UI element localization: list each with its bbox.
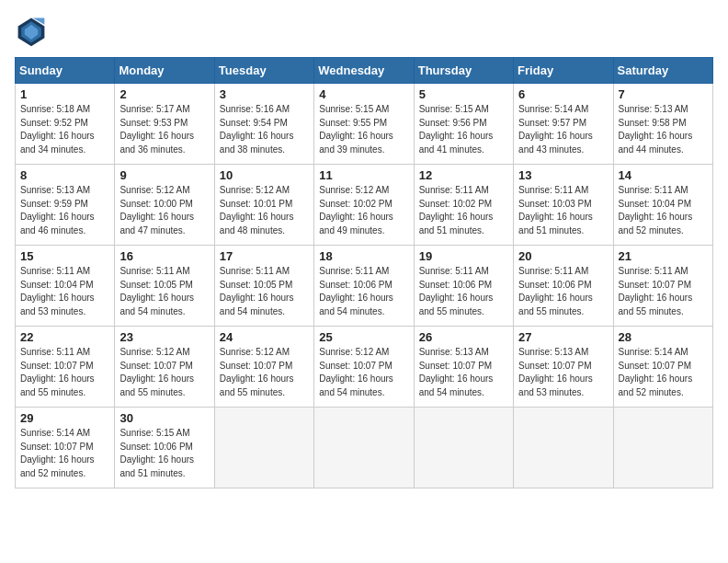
weekday-header-sunday: Sunday [16,58,115,84]
calendar-cell [514,408,613,488]
weekday-header-friday: Friday [514,58,613,84]
calendar-cell [613,408,712,488]
day-number: 7 [619,87,708,101]
day-number: 28 [619,330,708,344]
calendar-cell: 28Sunrise: 5:14 AM Sunset: 10:07 PM Dayl… [613,327,712,408]
calendar-cell: 9Sunrise: 5:12 AM Sunset: 10:00 PM Dayli… [115,165,214,246]
day-number: 20 [518,249,608,263]
page-header [15,15,713,48]
day-info: Sunrise: 5:13 AM Sunset: 10:07 PM Daylig… [518,346,608,399]
calendar-cell: 30Sunrise: 5:15 AM Sunset: 10:06 PM Dayl… [115,408,214,488]
week-row-2: 8Sunrise: 5:13 AM Sunset: 9:59 PM Daylig… [16,165,713,246]
calendar-cell: 27Sunrise: 5:13 AM Sunset: 10:07 PM Dayl… [514,327,613,408]
weekday-header-thursday: Thursday [414,58,513,84]
calendar-cell: 6Sunrise: 5:14 AM Sunset: 9:57 PM Daylig… [514,84,613,165]
day-number: 14 [619,168,708,182]
calendar-cell: 19Sunrise: 5:11 AM Sunset: 10:06 PM Dayl… [414,246,513,327]
day-info: Sunrise: 5:16 AM Sunset: 9:54 PM Dayligh… [220,103,309,156]
day-number: 22 [20,330,109,344]
calendar-cell: 22Sunrise: 5:11 AM Sunset: 10:07 PM Dayl… [16,327,115,408]
calendar-cell: 17Sunrise: 5:11 AM Sunset: 10:05 PM Dayl… [214,246,313,327]
calendar-cell: 3Sunrise: 5:16 AM Sunset: 9:54 PM Daylig… [214,84,313,165]
day-info: Sunrise: 5:11 AM Sunset: 10:07 PM Daylig… [619,265,708,318]
calendar-cell: 25Sunrise: 5:12 AM Sunset: 10:07 PM Dayl… [314,327,414,408]
calendar-cell: 21Sunrise: 5:11 AM Sunset: 10:07 PM Dayl… [613,246,712,327]
day-number: 27 [518,330,608,344]
calendar-cell: 11Sunrise: 5:12 AM Sunset: 10:02 PM Dayl… [314,165,414,246]
day-number: 4 [319,87,408,101]
day-info: Sunrise: 5:12 AM Sunset: 10:00 PM Daylig… [119,184,209,237]
day-info: Sunrise: 5:14 AM Sunset: 9:57 PM Dayligh… [518,103,608,156]
day-number: 13 [518,168,608,182]
calendar-cell: 18Sunrise: 5:11 AM Sunset: 10:06 PM Dayl… [314,246,414,327]
calendar-cell [314,408,414,488]
calendar-cell: 4Sunrise: 5:15 AM Sunset: 9:55 PM Daylig… [314,84,414,165]
day-number: 12 [419,168,508,182]
day-info: Sunrise: 5:11 AM Sunset: 10:05 PM Daylig… [220,265,309,318]
day-number: 6 [518,87,608,101]
day-info: Sunrise: 5:13 AM Sunset: 10:07 PM Daylig… [419,346,508,399]
day-number: 29 [20,411,109,425]
day-info: Sunrise: 5:11 AM Sunset: 10:04 PM Daylig… [20,265,109,318]
calendar-cell: 5Sunrise: 5:15 AM Sunset: 9:56 PM Daylig… [414,84,513,165]
calendar-cell: 10Sunrise: 5:12 AM Sunset: 10:01 PM Dayl… [214,165,313,246]
calendar-cell: 14Sunrise: 5:11 AM Sunset: 10:04 PM Dayl… [613,165,712,246]
day-number: 18 [319,249,408,263]
day-info: Sunrise: 5:14 AM Sunset: 10:07 PM Daylig… [20,427,109,480]
calendar-cell: 20Sunrise: 5:11 AM Sunset: 10:06 PM Dayl… [514,246,613,327]
week-row-1: 1Sunrise: 5:18 AM Sunset: 9:52 PM Daylig… [16,84,713,165]
day-number: 8 [20,168,109,182]
calendar-cell: 24Sunrise: 5:12 AM Sunset: 10:07 PM Dayl… [214,327,313,408]
logo [15,15,53,48]
day-number: 24 [220,330,309,344]
day-info: Sunrise: 5:12 AM Sunset: 10:07 PM Daylig… [319,346,408,399]
calendar-cell: 1Sunrise: 5:18 AM Sunset: 9:52 PM Daylig… [16,84,115,165]
day-info: Sunrise: 5:18 AM Sunset: 9:52 PM Dayligh… [20,103,109,156]
day-number: 11 [319,168,408,182]
weekday-header-tuesday: Tuesday [214,58,313,84]
calendar-cell [214,408,313,488]
calendar-cell: 12Sunrise: 5:11 AM Sunset: 10:02 PM Dayl… [414,165,513,246]
calendar-cell: 2Sunrise: 5:17 AM Sunset: 9:53 PM Daylig… [115,84,214,165]
calendar-cell: 8Sunrise: 5:13 AM Sunset: 9:59 PM Daylig… [16,165,115,246]
weekday-header-row: SundayMondayTuesdayWednesdayThursdayFrid… [16,58,713,84]
day-number: 21 [619,249,708,263]
day-info: Sunrise: 5:15 AM Sunset: 9:55 PM Dayligh… [319,103,408,156]
day-info: Sunrise: 5:13 AM Sunset: 9:58 PM Dayligh… [619,103,708,156]
calendar-cell: 15Sunrise: 5:11 AM Sunset: 10:04 PM Dayl… [16,246,115,327]
day-info: Sunrise: 5:11 AM Sunset: 10:06 PM Daylig… [319,265,408,318]
day-number: 15 [20,249,109,263]
day-info: Sunrise: 5:12 AM Sunset: 10:07 PM Daylig… [220,346,309,399]
day-number: 1 [20,87,109,101]
calendar-cell: 23Sunrise: 5:12 AM Sunset: 10:07 PM Dayl… [115,327,214,408]
day-number: 25 [319,330,408,344]
weekday-header-wednesday: Wednesday [314,58,414,84]
day-info: Sunrise: 5:17 AM Sunset: 9:53 PM Dayligh… [119,103,209,156]
day-info: Sunrise: 5:11 AM Sunset: 10:05 PM Daylig… [119,265,209,318]
week-row-5: 29Sunrise: 5:14 AM Sunset: 10:07 PM Dayl… [16,408,713,488]
calendar-cell: 7Sunrise: 5:13 AM Sunset: 9:58 PM Daylig… [613,84,712,165]
calendar-cell: 13Sunrise: 5:11 AM Sunset: 10:03 PM Dayl… [514,165,613,246]
day-info: Sunrise: 5:12 AM Sunset: 10:01 PM Daylig… [220,184,309,237]
calendar-cell: 29Sunrise: 5:14 AM Sunset: 10:07 PM Dayl… [16,408,115,488]
day-number: 23 [119,330,209,344]
calendar-cell: 26Sunrise: 5:13 AM Sunset: 10:07 PM Dayl… [414,327,513,408]
weekday-header-monday: Monday [115,58,214,84]
day-number: 5 [419,87,508,101]
day-info: Sunrise: 5:11 AM Sunset: 10:06 PM Daylig… [419,265,508,318]
day-info: Sunrise: 5:14 AM Sunset: 10:07 PM Daylig… [619,346,708,399]
day-info: Sunrise: 5:15 AM Sunset: 9:56 PM Dayligh… [419,103,508,156]
calendar-cell: 16Sunrise: 5:11 AM Sunset: 10:05 PM Dayl… [115,246,214,327]
day-number: 2 [119,87,209,101]
day-number: 9 [119,168,209,182]
day-info: Sunrise: 5:12 AM Sunset: 10:07 PM Daylig… [119,346,209,399]
day-info: Sunrise: 5:13 AM Sunset: 9:59 PM Dayligh… [20,184,109,237]
day-number: 10 [220,168,309,182]
day-info: Sunrise: 5:15 AM Sunset: 10:06 PM Daylig… [119,427,209,480]
day-number: 3 [220,87,309,101]
weekday-header-saturday: Saturday [613,58,712,84]
day-info: Sunrise: 5:11 AM Sunset: 10:04 PM Daylig… [619,184,708,237]
logo-icon [15,15,48,48]
day-info: Sunrise: 5:11 AM Sunset: 10:03 PM Daylig… [518,184,608,237]
day-number: 16 [119,249,209,263]
